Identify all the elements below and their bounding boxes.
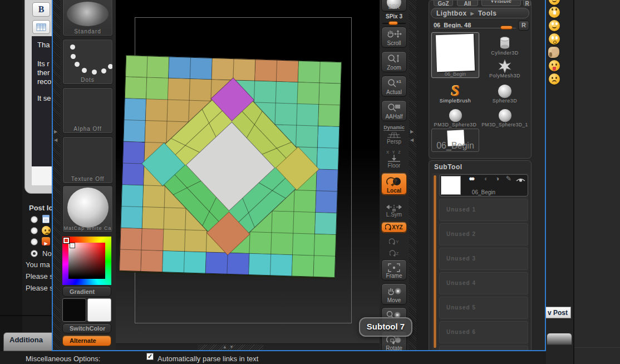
rotate-y-button[interactable]: Y: [381, 236, 407, 247]
post-icon-radio-document[interactable]: [31, 216, 38, 223]
table-icon: [36, 23, 46, 31]
tool-sphere3d[interactable]: Sphere3D: [480, 80, 529, 104]
polypaint-icon[interactable]: ●●: [469, 174, 473, 183]
material-thumbnail[interactable]: MatCap White Ca: [62, 185, 113, 233]
local-button[interactable]: Local: [381, 173, 407, 195]
alpha-thumbnail[interactable]: Alpha Off: [62, 87, 113, 134]
tray-close-icon: ◀: [54, 138, 57, 142]
post-icon-radio-smilie[interactable]: [31, 227, 38, 234]
frame-button[interactable]: Frame: [381, 259, 407, 281]
polygroup-plane-model: [119, 54, 342, 279]
collapsed-panel-bar[interactable]: [547, 333, 572, 345]
spix-slider-handle[interactable]: [388, 21, 398, 25]
tool-r-button[interactable]: R: [518, 21, 529, 31]
current-brush-thumbnail[interactable]: Standard: [62, 0, 113, 36]
zbrush-canvas[interactable]: ▲ ▼: [116, 0, 380, 351]
subtool-header: SubTool: [434, 163, 462, 171]
tool-pm3d-sphere3d-1[interactable]: PM3D_Sphere3D_1: [480, 105, 529, 127]
hue-selector[interactable]: [63, 238, 69, 243]
right-tray-divider[interactable]: ▶ ◀: [409, 0, 416, 351]
subtool-item-unused[interactable]: Unused 4: [439, 272, 528, 294]
tray-down-icon: ▼: [229, 345, 234, 350]
tool-slider-handle[interactable]: [500, 26, 513, 29]
aahalf-button[interactable]: AAHalf: [381, 100, 407, 121]
rotate-arc-icon: [385, 224, 392, 231]
saturation-selector[interactable]: [70, 243, 75, 248]
panel-gutter: [416, 0, 429, 351]
left-tray-divider[interactable]: ▶ ◀: [53, 0, 60, 351]
eek-smilie[interactable]: [549, 33, 560, 45]
floor-axes-label: X Y Z: [386, 150, 401, 154]
chevron-right-icon: ▸: [469, 9, 476, 17]
subtool-item-unused[interactable]: Unused 3: [439, 248, 528, 270]
lightbox-tools-header[interactable]: Lightbox ▸ Tools: [431, 8, 529, 18]
editor-line: ther: [37, 68, 50, 77]
tool-pm3d-sphere3d[interactable]: PM3D_Sphere3D: [431, 105, 479, 127]
thumbs-down-smilie[interactable]: [548, 47, 559, 58]
tool-simplebrush[interactable]: S SimpleBrush: [431, 80, 479, 104]
subtool-item-unused[interactable]: Unused 1: [439, 199, 528, 221]
sphere-icon: [498, 85, 511, 98]
tray-open-icon: ▶: [54, 130, 57, 134]
editor-line: reco: [37, 77, 51, 86]
tool-06-begin-small[interactable]: 06_Begin: [431, 129, 479, 152]
idea-smilie[interactable]: [549, 7, 560, 18]
post-icon-radio-play[interactable]: [31, 238, 38, 245]
alternate-button[interactable]: Alternate: [62, 335, 111, 346]
subtool-item-unused[interactable]: Unused 2: [439, 223, 528, 245]
tongue-smilie[interactable]: [549, 60, 560, 71]
zbrush-window: ▶ ◀ Standard Dots Alpha Off Texture Off …: [52, 0, 545, 351]
no-icon-radio[interactable]: [31, 250, 38, 257]
tool-polymesh3d[interactable]: PolyMesh3D: [480, 57, 529, 78]
active-tool-thumbnail[interactable]: 06_Begin: [431, 32, 479, 78]
subtool-item-label: 06_Begin: [440, 189, 528, 195]
scroll-button[interactable]: Scroll: [381, 27, 407, 48]
eye-icon[interactable]: [516, 177, 525, 183]
gradient-button[interactable]: Gradient: [62, 286, 111, 297]
frown-smilie[interactable]: [549, 73, 560, 85]
page-right-column: [573, 0, 620, 364]
bpr-button[interactable]: BPR: [381, 0, 407, 12]
play-icon: ▶: [42, 237, 50, 245]
all-button[interactable]: All: [457, 1, 478, 6]
goz-button[interactable]: GoZ: [434, 1, 453, 6]
bold-button[interactable]: B: [32, 2, 50, 17]
new-post-button[interactable]: v Post: [544, 307, 571, 318]
xyz-button[interactable]: XYZ: [381, 222, 407, 233]
subtool-item-unused[interactable]: Unused 6: [439, 321, 528, 343]
parse-links-checkbox[interactable]: ✓: [146, 353, 154, 360]
floor-button[interactable]: X Y Z Floor: [381, 148, 407, 170]
subtool-item-active[interactable]: ●● ◐ ◑ ✎ 06_Begin: [439, 174, 528, 196]
window-border-bottom: [52, 350, 546, 351]
texture-thumbnail[interactable]: Texture Off: [62, 136, 113, 184]
forum-note: Please s: [26, 284, 53, 292]
screen: B Tha Its r ther reco It se Post Ic: [0, 0, 620, 364]
subtool-scrollbar[interactable]: [434, 175, 436, 348]
switchcolor-button[interactable]: SwitchColor: [62, 323, 111, 333]
mask-icon[interactable]: ◑: [495, 175, 499, 183]
subtool-item-unused[interactable]: Unused 5: [439, 297, 528, 319]
persp-grid-icon: [386, 131, 402, 139]
zoom-button[interactable]: Zoom: [381, 51, 407, 72]
color-picker[interactable]: [62, 237, 111, 285]
visible-button[interactable]: ▾Visible: [481, 1, 521, 6]
persp-button[interactable]: Dynamic Persp: [381, 124, 407, 146]
shade-icon[interactable]: ◐: [484, 175, 488, 183]
actual-button[interactable]: x1 Actual: [381, 76, 407, 97]
secondary-color-swatch[interactable]: [87, 298, 111, 322]
editor-line: Its r: [37, 60, 50, 68]
sphere-icon: [449, 109, 462, 122]
additional-options-tab[interactable]: Additiona: [3, 332, 58, 351]
r-button-top[interactable]: R: [523, 1, 531, 6]
lsym-button[interactable]: L.Sym: [381, 200, 407, 219]
color-picker-square[interactable]: [68, 243, 105, 279]
rotate-z-button[interactable]: Z: [381, 248, 407, 259]
tool-cylinder3d[interactable]: Cylinder3D: [480, 32, 529, 56]
move-button[interactable]: Move: [381, 283, 407, 305]
move-icon: [386, 287, 402, 297]
main-color-swatch[interactable]: [62, 298, 86, 322]
paint-brush-icon[interactable]: ✎: [506, 175, 511, 183]
table-button[interactable]: [32, 20, 50, 34]
rolleyes-smilie[interactable]: [549, 20, 560, 31]
stroke-thumbnail[interactable]: Dots: [62, 39, 113, 85]
